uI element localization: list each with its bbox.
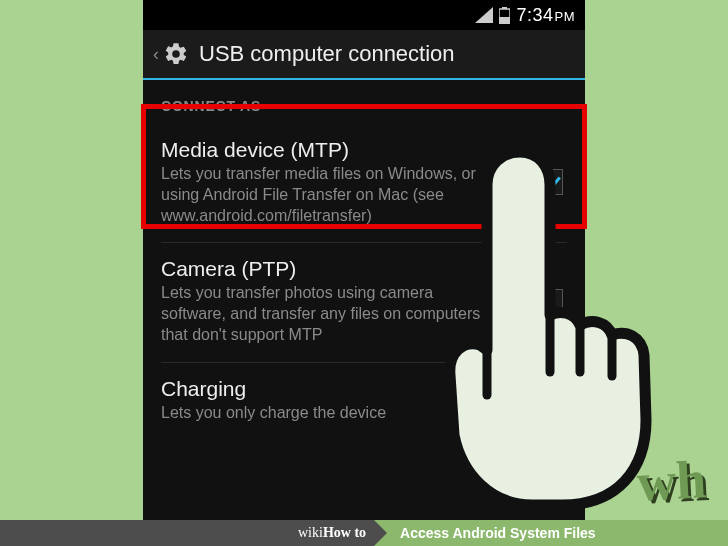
wikihow-watermark: wH — [635, 448, 707, 514]
footer-bar: wikiHow to Access Android System Files — [0, 520, 728, 546]
back-icon[interactable]: ‹ — [153, 44, 159, 65]
status-bar: 7:34PM — [143, 0, 585, 30]
option-title: Charging — [161, 377, 501, 401]
phone-frame: 7:34PM ‹ USB computer connection CONNECT… — [143, 0, 585, 546]
svg-rect-2 — [499, 17, 510, 24]
option-ptp[interactable]: Camera (PTP) Lets you transfer photos us… — [161, 243, 567, 362]
footer-title: Access Android System Files — [374, 520, 728, 546]
option-subtitle: Lets you only charge the device — [161, 403, 501, 424]
option-title: Camera (PTP) — [161, 257, 501, 281]
option-mtp[interactable]: Media device (MTP) Lets you transfer med… — [161, 124, 567, 243]
option-title: Media device (MTP) — [161, 138, 501, 162]
gear-icon — [163, 41, 189, 67]
checkbox-ptp[interactable] — [537, 289, 563, 315]
header-title: USB computer connection — [199, 41, 455, 67]
signal-icon — [475, 7, 493, 23]
battery-icon — [499, 7, 510, 24]
option-subtitle: Lets you transfer photos using camera so… — [161, 283, 501, 345]
checkbox-charging[interactable] — [537, 387, 563, 413]
settings-body: CONNECT AS Media device (MTP) Lets you t… — [143, 80, 585, 546]
settings-header[interactable]: ‹ USB computer connection — [143, 30, 585, 80]
section-label: CONNECT AS — [161, 98, 567, 114]
option-subtitle: Lets you transfer media files on Windows… — [161, 164, 501, 226]
wikihow-logo: wikiHow to — [0, 520, 374, 546]
option-charging[interactable]: Charging Lets you only charge the device — [161, 363, 567, 440]
status-time: 7:34PM — [516, 5, 575, 26]
checkbox-mtp[interactable] — [537, 169, 563, 195]
